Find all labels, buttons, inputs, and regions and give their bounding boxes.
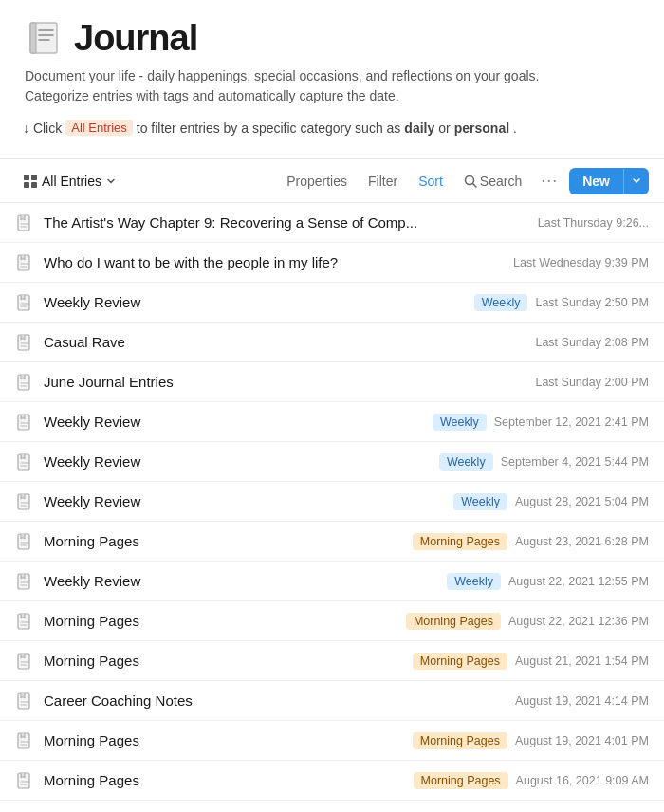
- entry-title: Who do I want to be with the people in m…: [44, 254, 513, 270]
- more-options-button[interactable]: ···: [535, 167, 563, 194]
- entry-date: Last Wednesday 9:39 PM: [513, 256, 649, 269]
- entry-title: Career Coaching Notes: [44, 692, 515, 709]
- document-icon: [15, 612, 34, 631]
- document-icon: [15, 413, 34, 432]
- tag-badge[interactable]: Morning Pages: [414, 772, 508, 789]
- entry-title: The Artist's Way Chapter 9: Recovering a…: [44, 214, 538, 231]
- entry-title: Weekly Review: [44, 414, 433, 430]
- document-icon: [15, 532, 34, 551]
- document-icon: [15, 213, 34, 232]
- entry-date: September 4, 2021 5:44 PM: [501, 455, 649, 469]
- entry-date: Last Sunday 2:08 PM: [535, 336, 649, 349]
- new-dropdown-button[interactable]: [623, 169, 649, 194]
- entry-title: Weekly Review: [44, 453, 439, 470]
- document-icon: [15, 572, 34, 591]
- svg-rect-6: [31, 175, 37, 180]
- entry-title: Morning Pages: [44, 772, 414, 788]
- sort-button[interactable]: Sort: [411, 170, 451, 193]
- tag-badge[interactable]: Morning Pages: [413, 732, 507, 749]
- tag-badge[interactable]: Weekly: [474, 294, 528, 311]
- table-row[interactable]: Morning PagesMorning PagesAugust 16, 202…: [0, 761, 664, 801]
- header: Journal Document your life - daily happe…: [0, 0, 664, 158]
- svg-rect-1: [30, 23, 36, 53]
- entry-date: August 28, 2021 5:04 PM: [515, 495, 649, 508]
- grid-icon: [23, 174, 38, 189]
- tag-badge[interactable]: Weekly: [447, 573, 501, 590]
- entry-date: August 16, 2021 9:09 AM: [516, 774, 649, 787]
- document-icon: [15, 253, 34, 272]
- tag-badge[interactable]: Weekly: [433, 414, 487, 431]
- entry-date: August 22, 2021 12:55 PM: [508, 575, 649, 588]
- svg-rect-8: [31, 182, 37, 188]
- hint-row: ↓ Click All Entries to filter entries by…: [23, 120, 641, 136]
- table-row[interactable]: Weekly ReviewWeeklyAugust 15, 2021 9:02 …: [0, 801, 664, 812]
- all-entries-button[interactable]: All Entries: [15, 170, 124, 193]
- table-row[interactable]: June Journal EntriesLast Sunday 2:00 PM: [0, 362, 664, 402]
- table-row[interactable]: Weekly ReviewWeeklyAugust 28, 2021 5:04 …: [0, 482, 664, 522]
- entry-title: Morning Pages: [44, 653, 413, 669]
- entry-date: Last Thursday 9:26...: [538, 216, 649, 230]
- chevron-down-icon: [632, 175, 641, 185]
- document-icon: [15, 652, 34, 671]
- entry-title: Weekly Review: [44, 573, 447, 589]
- new-button-group: New: [569, 168, 649, 194]
- table-row[interactable]: Morning PagesMorning PagesAugust 19, 202…: [0, 721, 664, 761]
- table-row[interactable]: Weekly ReviewWeeklyAugust 22, 2021 12:55…: [0, 562, 664, 601]
- table-row[interactable]: Casual RaveLast Sunday 2:08 PM: [0, 323, 664, 362]
- hint-arrow: ↓ Click: [23, 120, 62, 136]
- entry-title: Morning Pages: [44, 732, 413, 748]
- entries-list: The Artist's Way Chapter 9: Recovering a…: [0, 203, 664, 812]
- svg-line-10: [472, 183, 476, 187]
- table-row[interactable]: Weekly ReviewWeeklySeptember 12, 2021 2:…: [0, 402, 664, 442]
- toolbar: All Entries Properties Filter Sort Searc…: [0, 158, 664, 203]
- entry-date: August 19, 2021 4:01 PM: [515, 734, 649, 747]
- description: Document your life - daily happenings, s…: [23, 66, 641, 106]
- tag-badge[interactable]: Weekly: [453, 493, 507, 510]
- table-row[interactable]: Morning PagesMorning PagesAugust 21, 202…: [0, 641, 664, 681]
- svg-rect-7: [24, 182, 29, 188]
- table-row[interactable]: Weekly ReviewWeeklySeptember 4, 2021 5:4…: [0, 442, 664, 482]
- tag-badge[interactable]: Morning Pages: [413, 653, 507, 670]
- tag-badge[interactable]: Weekly: [439, 453, 493, 471]
- toolbar-left: All Entries: [15, 170, 275, 193]
- table-row[interactable]: Morning PagesMorning PagesAugust 23, 202…: [0, 522, 664, 562]
- entry-title: Weekly Review: [44, 294, 474, 310]
- document-icon: [15, 731, 34, 750]
- entry-title: Morning Pages: [44, 533, 413, 549]
- table-row[interactable]: Career Coaching NotesAugust 19, 2021 4:1…: [0, 681, 664, 721]
- filter-button[interactable]: Filter: [360, 170, 405, 193]
- entry-date: September 12, 2021 2:41 PM: [494, 415, 649, 429]
- search-button[interactable]: Search: [456, 170, 529, 193]
- search-icon: [464, 175, 477, 188]
- entry-title: June Journal Entries: [44, 374, 535, 390]
- title-row: Journal: [23, 17, 641, 59]
- tag-badge[interactable]: Morning Pages: [413, 533, 507, 550]
- entry-date: August 19, 2021 4:14 PM: [515, 694, 649, 708]
- document-icon: [15, 373, 34, 392]
- entry-title: Weekly Review: [44, 493, 453, 509]
- entry-date: August 21, 2021 1:54 PM: [515, 655, 649, 668]
- entry-title: Morning Pages: [44, 613, 406, 629]
- entry-date: Last Sunday 2:00 PM: [535, 376, 649, 389]
- document-icon: [15, 492, 34, 511]
- tag-badge[interactable]: Morning Pages: [406, 613, 501, 630]
- toolbar-actions: Properties Filter Sort Search ··· New: [279, 167, 649, 194]
- new-entry-button[interactable]: New: [569, 168, 623, 194]
- document-icon: [15, 771, 34, 790]
- properties-button[interactable]: Properties: [279, 170, 355, 193]
- page-title: Journal: [74, 18, 197, 59]
- entry-date: August 23, 2021 6:28 PM: [515, 535, 649, 548]
- table-row[interactable]: Morning PagesMorning PagesAugust 22, 202…: [0, 601, 664, 641]
- svg-rect-5: [24, 175, 29, 180]
- all-entries-hint-badge[interactable]: All Entries: [65, 120, 133, 136]
- chevron-down-icon: [105, 175, 117, 187]
- document-icon: [15, 452, 34, 471]
- table-row[interactable]: Weekly ReviewWeeklyLast Sunday 2:50 PM: [0, 283, 664, 323]
- document-icon: [15, 333, 34, 352]
- document-icon: [15, 692, 34, 710]
- table-row[interactable]: Who do I want to be with the people in m…: [0, 243, 664, 283]
- journal-icon: [23, 17, 65, 59]
- document-icon: [15, 293, 34, 312]
- entry-title: Casual Rave: [44, 334, 535, 350]
- table-row[interactable]: The Artist's Way Chapter 9: Recovering a…: [0, 203, 664, 243]
